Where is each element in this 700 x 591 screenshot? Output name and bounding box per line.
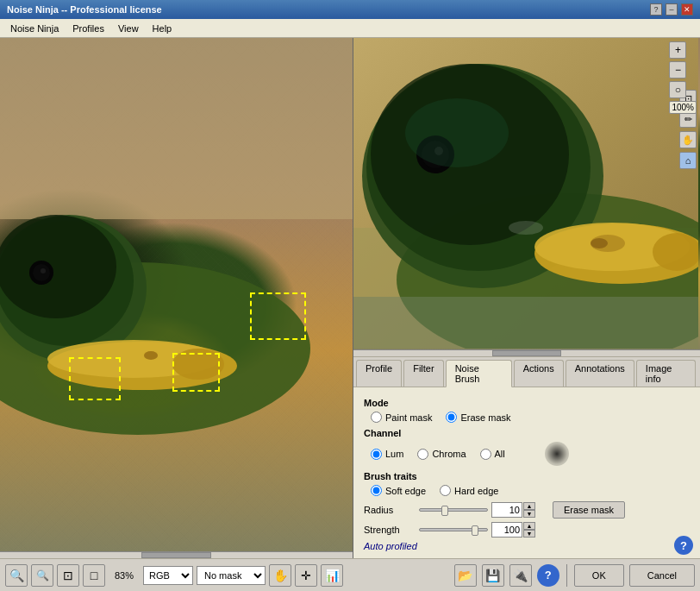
zoom-percent: 83%	[109, 570, 140, 581]
mask-mode-select[interactable]: No mask Paint mask Erase mask	[197, 566, 266, 585]
zoom-controls: + − ○ 100%	[669, 41, 697, 114]
tab-image-info[interactable]: Image info	[636, 360, 696, 387]
strength-input[interactable]	[491, 522, 522, 538]
radius-thumb[interactable]	[441, 506, 448, 516]
color-mode-select[interactable]: RGB CMYK LAB	[143, 566, 193, 585]
zoom-out-status-button[interactable]: 🔍	[31, 564, 53, 587]
svg-point-27	[591, 238, 608, 248]
lum-radio[interactable]	[371, 449, 382, 460]
window-controls: ? – ✕	[650, 3, 693, 16]
paint-mask-option[interactable]: Paint mask	[371, 412, 432, 423]
erase-mask-radio[interactable]	[446, 412, 457, 423]
mode-radio-row: Paint mask Erase mask	[371, 412, 690, 423]
svg-point-11	[144, 351, 158, 360]
zoom-out-button[interactable]: −	[669, 61, 686, 79]
all-label: All	[495, 449, 505, 459]
all-radio[interactable]	[480, 449, 491, 460]
selection-box-small	[69, 357, 121, 400]
strength-label: Strength	[364, 525, 416, 535]
radius-input[interactable]	[491, 502, 522, 518]
left-hscroll-thumb[interactable]	[141, 552, 212, 558]
edge-radio-row: Soft edge Hard edge	[371, 485, 690, 496]
radius-slider[interactable]	[419, 508, 488, 512]
erase-mask-button[interactable]: Erase mask	[553, 501, 625, 519]
tab-profile[interactable]: Profile	[356, 360, 402, 387]
strength-thumb[interactable]	[472, 525, 478, 536]
noise-brush-content: Mode Paint mask Erase mask Channel	[353, 387, 700, 558]
window-title: Noise Ninja -- Professional license	[7, 4, 162, 15]
zoom-in-button[interactable]: +	[669, 41, 686, 59]
radius-row: Radius ▲ ▼ Erase mask	[364, 501, 690, 519]
soft-edge-label: Soft edge	[385, 486, 426, 496]
save-button[interactable]: 💾	[482, 564, 504, 587]
separator	[566, 564, 567, 587]
statusbar-left: 🔍 🔍 ⊡ □ 83% RGB CMYK LAB No mask Paint m…	[5, 564, 343, 587]
svg-rect-29	[353, 297, 698, 349]
soft-edge-radio[interactable]	[371, 485, 382, 496]
zoom-fit-button[interactable]: ○	[669, 81, 686, 98]
lum-label: Lum	[385, 449, 403, 459]
erase-mask-radio-label: Erase mask	[460, 412, 510, 423]
strength-up[interactable]: ▲	[523, 522, 535, 530]
lum-option[interactable]: Lum	[371, 449, 403, 460]
chroma-option[interactable]: Chroma	[417, 449, 466, 460]
paint-mask-radio[interactable]	[371, 412, 382, 423]
strength-slider[interactable]	[419, 528, 488, 531]
histogram-button[interactable]: 📊	[321, 564, 343, 587]
help-button[interactable]: ?	[650, 3, 662, 16]
zoom-100-button[interactable]: □	[83, 564, 105, 587]
menu-profiles[interactable]: Profiles	[66, 22, 111, 35]
radius-down[interactable]: ▼	[523, 510, 535, 518]
cancel-button[interactable]: Cancel	[629, 564, 695, 587]
zoom-percent-label: 100%	[669, 101, 697, 114]
menu-view[interactable]: View	[111, 22, 146, 35]
statusbar-right: 📂 💾 🔌 ? OK Cancel	[454, 564, 695, 587]
tab-noise-brush[interactable]: Noise Brush	[446, 360, 512, 387]
zoom-in-status-button[interactable]: 🔍	[5, 564, 28, 587]
strength-spinners: ▲ ▼	[523, 522, 535, 538]
tabs-row: Profile Filter Noise Brush Actions Annot…	[353, 357, 700, 387]
plugin-button[interactable]: 🔌	[509, 564, 532, 587]
open-button[interactable]: 📂	[454, 564, 477, 587]
close-button[interactable]: ✕	[681, 3, 693, 16]
main-area: + − ○ 100% ⊡ ✏ ✋ ⌂ Profile Filter	[0, 38, 700, 558]
zoom-fit-status-button[interactable]: ⊡	[57, 564, 79, 587]
hand-status-button[interactable]: ✋	[269, 564, 291, 587]
soft-edge-option[interactable]: Soft edge	[371, 485, 426, 496]
left-hscroll[interactable]	[0, 551, 353, 558]
hard-edge-option[interactable]: Hard edge	[440, 485, 498, 496]
right-hscroll-thumb[interactable]	[492, 350, 561, 356]
svg-rect-0	[0, 38, 353, 219]
right-image-area: + − ○ 100% ⊡ ✏ ✋ ⌂	[353, 38, 700, 356]
hand-tool-button[interactable]: ✋	[679, 131, 697, 148]
ok-button[interactable]: OK	[574, 564, 624, 587]
right-panel: + − ○ 100% ⊡ ✏ ✋ ⌂ Profile Filter	[353, 38, 700, 558]
brush-button[interactable]: ⌂	[679, 152, 697, 169]
chroma-radio[interactable]	[417, 449, 428, 460]
paint-mask-label: Paint mask	[385, 412, 432, 423]
selection-box-medium	[172, 353, 220, 392]
right-hscroll[interactable]	[353, 349, 700, 356]
tab-actions[interactable]: Actions	[514, 360, 564, 387]
help-badge[interactable]: ?	[674, 536, 693, 555]
tab-filter[interactable]: Filter	[403, 360, 443, 387]
erase-mask-option[interactable]: Erase mask	[446, 412, 510, 423]
left-panel-noisy	[0, 38, 353, 558]
tab-annotations[interactable]: Annotations	[566, 360, 634, 387]
menu-help[interactable]: Help	[146, 22, 179, 35]
help-status-button[interactable]: ?	[537, 564, 559, 587]
all-option[interactable]: All	[480, 449, 505, 460]
radius-up[interactable]: ▲	[523, 502, 535, 510]
clean-image-canvas	[353, 38, 700, 356]
crosshair-button[interactable]: ✛	[295, 564, 317, 587]
titlebar: Noise Ninja -- Professional license ? – …	[0, 0, 700, 19]
hard-edge-radio[interactable]	[440, 485, 451, 496]
hard-edge-label: Hard edge	[454, 486, 498, 496]
menu-noise-ninja[interactable]: Noise Ninja	[3, 22, 66, 35]
chroma-label: Chroma	[432, 449, 466, 459]
brush-traits-label: Brush traits	[364, 471, 690, 481]
minimize-button[interactable]: –	[666, 3, 678, 16]
channel-radio-row: Lum Chroma All	[371, 442, 690, 466]
auto-profiled-text: Auto profiled	[364, 541, 690, 551]
strength-down[interactable]: ▼	[523, 530, 535, 538]
